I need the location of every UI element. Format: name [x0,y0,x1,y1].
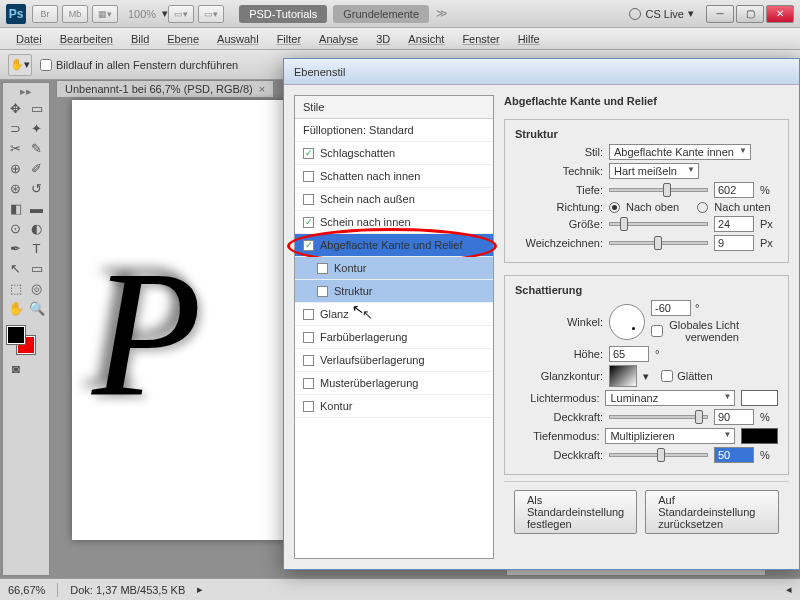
style-select[interactable]: Abgeflachte Kante innen [609,144,751,160]
styles-header[interactable]: Stile [295,96,493,119]
crop-tool[interactable]: ✂ [5,138,26,158]
dodge-tool[interactable]: ◐ [26,218,47,238]
document-tab[interactable]: Unbenannt-1 bei 66,7% (PSD, RGB/8) × [56,80,274,97]
stamp-tool[interactable]: ⊛ [5,178,26,198]
path-tool[interactable]: ↖ [5,258,26,278]
style-checkbox[interactable] [303,240,314,251]
style-checkbox[interactable] [303,171,314,182]
workspace-tab[interactable]: Grundelemente [333,5,429,23]
3d-tool[interactable]: ⬚ [5,278,26,298]
style-checkbox[interactable] [303,355,314,366]
shadow-opacity-slider[interactable] [609,453,708,457]
pen-tool[interactable]: ✒ [5,238,26,258]
history-brush-tool[interactable]: ↺ [26,178,47,198]
status-docinfo[interactable]: Dok: 1,37 MB/453,5 KB [70,584,185,596]
dir-down-radio[interactable] [697,202,708,213]
window-maximize[interactable]: ▢ [736,5,764,23]
style-checkbox[interactable] [303,378,314,389]
shadow-color-swatch[interactable] [741,428,778,444]
menu-hilfe[interactable]: Hilfe [510,31,548,47]
window-minimize[interactable]: ─ [706,5,734,23]
style-checkbox[interactable] [317,286,328,297]
toolbox-collapse-icon[interactable]: ▸▸ [5,85,47,98]
minibridge-button[interactable]: Mb [62,5,88,23]
status-zoom[interactable]: 66,67% [8,584,45,596]
style-item-1[interactable]: Schatten nach innen [295,165,493,188]
style-item-9[interactable]: Verlaufsüberlagerung [295,349,493,372]
blend-options-item[interactable]: Fülloptionen: Standard [295,119,493,142]
size-slider[interactable] [609,222,708,226]
style-item-4[interactable]: Abgeflachte Kante und Relief [295,234,493,257]
blur-tool[interactable]: ⊙ [5,218,26,238]
altitude-input[interactable]: 65 [609,346,649,362]
status-menu-icon[interactable]: ▸ [197,583,203,596]
menu-auswahl[interactable]: Auswahl [209,31,267,47]
highlight-opacity-slider[interactable] [609,415,708,419]
style-item-11[interactable]: Kontur [295,395,493,418]
make-default-button[interactable]: Als Standardeinstellung festlegen [514,490,637,534]
antialias-checkbox[interactable]: Glätten [661,370,749,382]
menu-bearbeiten[interactable]: Bearbeiten [52,31,121,47]
menu-analyse[interactable]: Analyse [311,31,366,47]
quickmask-tool[interactable]: ◙ [5,358,27,378]
highlight-mode-select[interactable]: Luminanz [605,390,735,406]
marquee-tool[interactable]: ▭ [26,98,47,118]
style-item-0[interactable]: Schlagschatten [295,142,493,165]
workspace-more-icon[interactable]: ≫ [436,7,448,20]
global-light-checkbox[interactable]: Globales Licht verwenden [651,319,739,343]
shape-tool[interactable]: ▭ [26,258,47,278]
screenmode-button[interactable]: ▭▾ [198,5,224,23]
style-item-5[interactable]: Kontur [295,257,493,280]
depth-slider[interactable] [609,188,708,192]
type-tool[interactable]: T [26,238,47,258]
hand-tool[interactable]: ✋ [5,298,26,318]
shadow-opacity-input[interactable]: 50 [714,447,754,463]
style-checkbox[interactable] [303,401,314,412]
eyedropper-tool[interactable]: ✎ [26,138,47,158]
angle-widget[interactable] [609,304,645,340]
menu-filter[interactable]: Filter [269,31,309,47]
style-item-3[interactable]: Schein nach innen [295,211,493,234]
gradient-tool[interactable]: ▬ [26,198,47,218]
style-checkbox[interactable] [317,263,328,274]
depth-input[interactable]: 602 [714,182,754,198]
heal-tool[interactable]: ⊕ [5,158,26,178]
menu-ebene[interactable]: Ebene [159,31,207,47]
document-close-icon[interactable]: × [259,83,265,95]
3d-cam-tool[interactable]: ◎ [26,278,47,298]
style-checkbox[interactable] [303,148,314,159]
menu-bild[interactable]: Bild [123,31,157,47]
brush-tool[interactable]: ✐ [26,158,47,178]
soften-input[interactable]: 9 [714,235,754,251]
scrollbar-left-icon[interactable]: ◂ [786,583,792,596]
move-tool[interactable]: ✥ [5,98,26,118]
size-input[interactable]: 24 [714,216,754,232]
style-item-7[interactable]: Glanz↖ [295,303,493,326]
hand-tool-preset[interactable]: ✋▾ [8,54,32,76]
menu-fenster[interactable]: Fenster [454,31,507,47]
soften-slider[interactable] [609,241,708,245]
menu-ansicht[interactable]: Ansicht [400,31,452,47]
workspace-tab-active[interactable]: PSD-Tutorials [239,5,327,23]
viewextras-button[interactable]: ▦▾ [92,5,118,23]
style-checkbox[interactable] [303,194,314,205]
wand-tool[interactable]: ✦ [26,118,47,138]
dir-up-radio[interactable] [609,202,620,213]
color-swatches[interactable] [5,324,47,354]
eraser-tool[interactable]: ◧ [5,198,26,218]
highlight-opacity-input[interactable]: 90 [714,409,754,425]
scroll-all-checkbox[interactable]: Bildlauf in allen Fenstern durchführen [40,59,238,71]
style-item-8[interactable]: Farbüberlagerung [295,326,493,349]
zoom-display[interactable]: 100% [128,8,156,20]
gloss-contour[interactable] [609,365,637,387]
cslive-button[interactable]: CS Live [645,8,684,20]
foreground-swatch[interactable] [7,326,25,344]
zoom-tool[interactable]: 🔍 [26,298,47,318]
style-item-2[interactable]: Schein nach außen [295,188,493,211]
style-checkbox[interactable] [303,309,314,320]
angle-input[interactable]: -60 [651,300,691,316]
window-close[interactable]: ✕ [766,5,794,23]
highlight-color-swatch[interactable] [741,390,778,406]
dialog-titlebar[interactable]: Ebenenstil [284,59,799,85]
shadow-mode-select[interactable]: Multiplizieren [605,428,735,444]
